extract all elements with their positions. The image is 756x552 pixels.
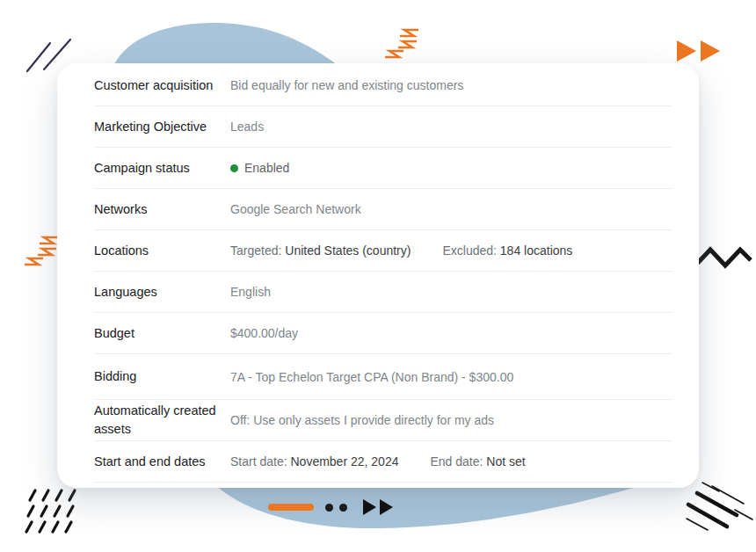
row-value: English bbox=[230, 283, 672, 301]
hatch-decoration-bottom-left bbox=[25, 485, 86, 540]
row-value-segment: Targeted: United States (country) bbox=[230, 242, 411, 259]
value-prefix: Targeted: bbox=[230, 243, 285, 258]
settings-row: LocationsTargeted: United States (countr… bbox=[94, 230, 672, 272]
settings-rows: Customer acquisitionBid equally for new … bbox=[94, 65, 672, 488]
skip-forward-button[interactable] bbox=[362, 498, 396, 516]
value-text: Not set bbox=[486, 454, 525, 468]
campaign-settings-card: Customer acquisitionBid equally for new … bbox=[57, 63, 699, 488]
carousel-dot[interactable] bbox=[339, 504, 347, 512]
row-label: Campaign status bbox=[94, 159, 230, 178]
diagonal-lines-decoration-bottom-right bbox=[684, 480, 754, 534]
value-text: United States (country) bbox=[285, 243, 411, 258]
settings-row: Start and end datesStart date: November … bbox=[94, 441, 672, 483]
row-label: Customer acquisition bbox=[94, 76, 230, 95]
status-indicator: Enabled bbox=[230, 159, 289, 177]
status-text: Enabled bbox=[244, 159, 289, 177]
carousel-controls bbox=[268, 498, 396, 517]
settings-row: Budget$400.00/day bbox=[94, 313, 672, 354]
row-value-segment: End date: Not set bbox=[430, 453, 525, 470]
row-label: Start and end dates bbox=[94, 453, 230, 471]
row-value: Targeted: United States (country)Exclude… bbox=[230, 242, 672, 259]
value-prefix: Excluded: bbox=[442, 243, 499, 258]
row-label: Marketing Objective bbox=[94, 118, 230, 136]
settings-row: Bidding7A - Top Echelon Target CPA (Non … bbox=[94, 354, 672, 400]
row-value: Google Search Network bbox=[230, 200, 672, 218]
row-label: Networks bbox=[94, 200, 230, 219]
row-value: 7A - Top Echelon Target CPA (Non Brand) … bbox=[230, 368, 672, 386]
settings-row: NetworksGoogle Search Network bbox=[94, 189, 672, 230]
settings-row: Campaign statusEnabled bbox=[94, 148, 672, 189]
status-dot-icon bbox=[230, 164, 238, 172]
row-label: Bidding bbox=[94, 367, 230, 386]
value-text: November 22, 2024 bbox=[290, 454, 398, 468]
carousel-dot[interactable] bbox=[325, 504, 333, 512]
settings-row: Customer acquisitionBid equally for new … bbox=[94, 65, 672, 106]
double-play-forward-icon bbox=[362, 498, 396, 516]
forward-arrows-decoration-top-right bbox=[675, 40, 724, 62]
row-label: Automatically created assets bbox=[94, 402, 230, 439]
value-prefix: Start date: bbox=[230, 454, 290, 468]
carousel-active-bar[interactable] bbox=[268, 504, 314, 511]
value-text: 184 locations bbox=[500, 243, 573, 258]
settings-row: Marketing ObjectiveLeads bbox=[94, 106, 672, 148]
row-value: Bid equally for new and existing custome… bbox=[230, 76, 672, 94]
row-label: Languages bbox=[94, 283, 230, 301]
zigzag-decoration-top bbox=[382, 26, 436, 65]
settings-row: Automatically created assetsOff: Use onl… bbox=[94, 400, 672, 441]
row-value: Leads bbox=[230, 118, 672, 135]
row-value: Enabled bbox=[230, 159, 672, 177]
row-value-segment: Excluded: 184 locations bbox=[442, 242, 572, 259]
row-value: Start date: November 22, 2024End date: N… bbox=[230, 453, 672, 470]
settings-row: Broad match keywordsOff: Use keyword mat… bbox=[94, 483, 672, 488]
row-label: Locations bbox=[94, 242, 230, 260]
wave-decoration-right bbox=[693, 244, 754, 272]
row-value: Off: Use only assets I provide directly … bbox=[230, 411, 672, 429]
row-value: $400.00/day bbox=[230, 324, 672, 342]
row-label: Budget bbox=[94, 324, 230, 343]
settings-row: LanguagesEnglish bbox=[94, 272, 672, 313]
row-value-segment: Start date: November 22, 2024 bbox=[230, 453, 398, 470]
value-prefix: End date: bbox=[430, 454, 486, 468]
